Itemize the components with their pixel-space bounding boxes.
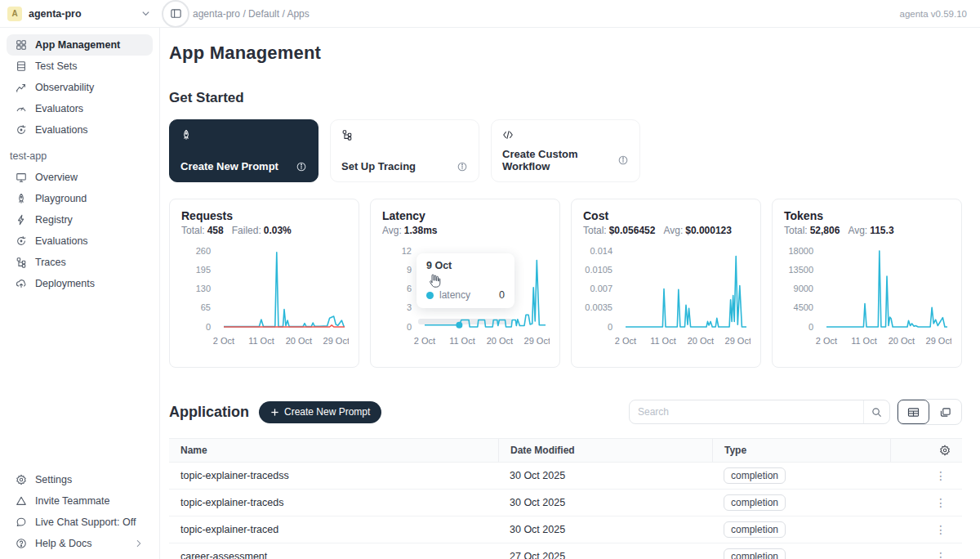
svg-text:65: 65	[201, 302, 211, 312]
svg-text:6: 6	[407, 284, 412, 293]
chart-plot[interactable]: 0.0140.01050.0070.003502 Oct11 Oct20 Oct…	[583, 243, 751, 351]
svg-text:2 Oct: 2 Oct	[615, 336, 636, 346]
sidebar-item-deployments[interactable]: Deployments	[7, 273, 153, 294]
create-button-label: Create New Prompt	[284, 406, 370, 418]
chart-plot[interactable]: 2601951306502 Oct11 Oct20 Oct29 Oct	[181, 243, 349, 351]
table-header: Name Date Modified Type	[169, 438, 962, 463]
row-menu-button[interactable]: ⋮	[932, 496, 951, 509]
series-dot-icon	[426, 292, 434, 299]
sidebar-item-label: Observability	[35, 82, 94, 93]
tooltip-series-label: latency	[439, 289, 470, 301]
chart-title: Latency	[382, 209, 548, 222]
workspace-selector[interactable]: A agenta-pro	[0, 7, 160, 21]
sidebar-item-label: Evaluations	[35, 235, 88, 247]
chart-title: Requests	[181, 209, 347, 222]
sidebar-item-registry[interactable]: Registry	[7, 209, 153, 230]
chart-card-latency: LatencyAvg:1.38ms1296302 Oct11 Oct20 Oct…	[370, 199, 560, 368]
app-date-modified: 30 Oct 2025	[498, 524, 712, 535]
sidebar-section-label: test-app	[7, 141, 153, 167]
get-started-card-label: Create Custom Workflow	[502, 148, 617, 172]
svg-text:29 Oct: 29 Oct	[926, 336, 951, 346]
sidebar-item-playground[interactable]: Playground	[7, 188, 153, 209]
chart-title: Cost	[583, 209, 749, 222]
application-header: Application Create New Prompt	[169, 399, 962, 425]
cloud-up-icon	[15, 278, 28, 289]
sidebar-item-observability[interactable]: Observability	[7, 77, 153, 98]
workspace-name: agenta-pro	[29, 8, 82, 20]
sidebar-item-help-docs[interactable]: Help & Docs	[7, 533, 153, 554]
sidebar-item-invite-teammate[interactable]: Invite Teammate	[7, 490, 153, 512]
card-view-button[interactable]	[929, 400, 961, 424]
svg-text:20 Oct: 20 Oct	[688, 336, 714, 346]
table-icon	[15, 60, 28, 72]
triangle-icon	[15, 495, 28, 507]
chart-line-icon	[15, 82, 28, 93]
sidebar-item-label: Evaluations	[35, 124, 88, 136]
get-started-cards: Create New Prompt Set Up Tracing Create …	[169, 119, 962, 182]
search-button[interactable]	[863, 400, 889, 423]
sidebar-item-traces[interactable]: Traces	[7, 252, 153, 273]
application-title: Application	[169, 404, 249, 421]
table-row[interactable]: topic-explainer-traced 30 Oct 2025 compl…	[169, 517, 962, 543]
get-started-title: Get Started	[169, 90, 962, 106]
svg-text:0.0105: 0.0105	[585, 265, 612, 275]
chevron-down-icon	[141, 9, 150, 18]
table-body: topic-explainer-tracedss 30 Oct 2025 com…	[169, 463, 962, 559]
help-icon	[15, 538, 28, 549]
row-menu-button[interactable]: ⋮	[932, 550, 951, 559]
sidebar-item-label: App Management	[35, 39, 120, 51]
sidebar-item-label: Registry	[35, 214, 73, 226]
sidebar-item-settings[interactable]: Settings	[7, 469, 153, 490]
svg-text:29 Oct: 29 Oct	[524, 336, 550, 346]
chart-plot[interactable]: 18000135009000450002 Oct11 Oct20 Oct29 O…	[784, 243, 951, 351]
sidebar-item-label: Evaluators	[35, 103, 83, 114]
breadcrumb[interactable]: agenta-pro / Default / Apps	[193, 8, 310, 20]
table-view-button[interactable]	[898, 400, 929, 424]
get-started-card-create-new-prompt[interactable]: Create New Prompt	[169, 119, 318, 182]
row-menu-button[interactable]: ⋮	[932, 523, 951, 536]
svg-text:20 Oct: 20 Oct	[487, 336, 513, 346]
sidebar-item-evaluations[interactable]: Evaluations	[7, 230, 153, 252]
chart-stats: Total:458Failed:0.03%	[181, 225, 347, 236]
create-new-prompt-button[interactable]: Create New Prompt	[259, 401, 381, 423]
page-title: App Management	[169, 42, 962, 64]
sidebar-item-evaluators[interactable]: Evaluators	[7, 98, 153, 119]
table-settings-gear-icon[interactable]	[939, 445, 951, 456]
chart-card-cost: CostTotal:$0.056452Avg:$0.0001230.0140.0…	[571, 199, 761, 368]
monitor-icon	[15, 172, 28, 183]
plus-icon	[270, 408, 279, 417]
app-date-modified: 30 Oct 2025	[498, 470, 712, 481]
table-row[interactable]: topic-explainer-traceds 30 Oct 2025 comp…	[169, 490, 962, 517]
column-header-type[interactable]: Type	[712, 439, 890, 462]
sidebar-item-live-chat-support-off[interactable]: Live Chat Support: Off	[7, 512, 153, 533]
sidebar-item-app-management[interactable]: App Management	[7, 34, 153, 56]
view-toggle	[897, 399, 962, 425]
sidebar-item-evaluations[interactable]: Evaluations	[7, 119, 153, 141]
get-started-card-set-up-tracing[interactable]: Set Up Tracing	[330, 119, 479, 182]
column-header-date-modified[interactable]: Date Modified	[498, 439, 712, 462]
svg-text:3: 3	[407, 302, 412, 312]
sidebar-item-label: Invite Teammate	[35, 495, 109, 507]
svg-text:29 Oct: 29 Oct	[725, 336, 751, 346]
top-header: A agenta-pro agenta-pro / Default / Apps…	[0, 0, 980, 28]
search-input[interactable]	[630, 406, 863, 418]
app-version: agenta v0.59.10	[900, 9, 980, 19]
table-row[interactable]: career-assessment 27 Oct 2025 completion…	[169, 543, 962, 559]
svg-text:2 Oct: 2 Oct	[414, 336, 435, 346]
column-header-name[interactable]: Name	[169, 439, 498, 462]
svg-text:18000: 18000	[788, 246, 813, 256]
table-row[interactable]: topic-explainer-tracedss 30 Oct 2025 com…	[169, 463, 962, 490]
search-icon	[871, 407, 882, 418]
sidebar-toggle-button[interactable]	[167, 5, 185, 23]
sidebar-item-test-sets[interactable]: Test Sets	[7, 56, 153, 77]
chart-stats: Total:52,806Avg:115.3	[784, 225, 950, 236]
get-started-card-create-custom-workflow[interactable]: Create Custom Workflow	[491, 119, 640, 182]
row-menu-button[interactable]: ⋮	[932, 469, 951, 482]
panel-left-icon	[170, 7, 182, 20]
bolt-icon	[15, 214, 28, 226]
info-icon	[457, 161, 468, 172]
main-content: App Management Get Started Create New Pr…	[160, 28, 980, 559]
app-name: topic-explainer-traceds	[169, 497, 498, 508]
grid-icon	[15, 39, 28, 51]
sidebar-item-overview[interactable]: Overview	[7, 167, 153, 188]
